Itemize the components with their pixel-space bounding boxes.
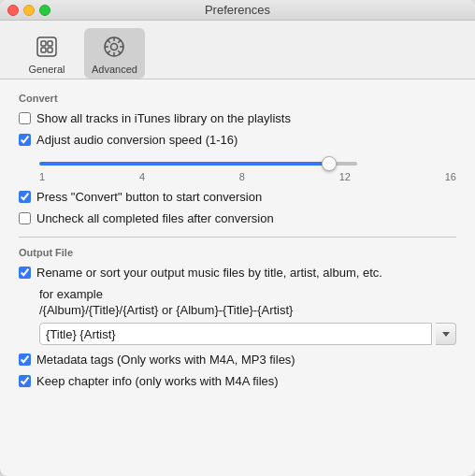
output-section-title: Output File: [19, 247, 456, 258]
content-area: Convert Show all tracks in iTunes librar…: [0, 79, 475, 476]
slider-labels: 1 4 8 12 16: [39, 171, 456, 182]
svg-rect-4: [48, 48, 52, 52]
svg-line-13: [119, 40, 122, 43]
maximize-button[interactable]: [39, 5, 50, 16]
metadata-tags-label[interactable]: Metadata tags (Only works with M4A, MP3 …: [36, 353, 295, 367]
tab-general-label: General: [28, 64, 65, 75]
preferences-window: Preferences General: [0, 0, 475, 476]
title-bar: Preferences: [0, 0, 475, 21]
tab-advanced[interactable]: Advanced: [84, 28, 145, 79]
minimize-button[interactable]: [23, 5, 35, 16]
adjust-audio-speed-label[interactable]: Adjust audio conversion speed (1-16): [36, 133, 238, 147]
advanced-icon: [99, 32, 129, 62]
svg-rect-1: [41, 41, 46, 46]
press-convert-label[interactable]: Press "Convert" button to start conversi…: [36, 190, 262, 204]
speed-slider-container: 1 4 8 12 16: [39, 154, 456, 182]
keep-chapter-row: Keep chapter info (only works with M4A f…: [19, 374, 456, 388]
format-input-row: [39, 323, 456, 345]
show-all-tracks-label[interactable]: Show all tracks in iTunes library on the…: [36, 111, 291, 125]
tab-general[interactable]: General: [19, 28, 75, 79]
svg-rect-3: [41, 48, 46, 52]
press-convert-row: Press "Convert" button to start conversi…: [19, 190, 456, 204]
slider-label-1: 1: [39, 171, 45, 182]
rename-sort-checkbox[interactable]: [19, 267, 31, 279]
slider-label-16: 16: [445, 171, 456, 182]
rename-sort-row: Rename or sort your output music files b…: [19, 266, 456, 280]
svg-rect-0: [37, 37, 56, 56]
slider-track: [39, 154, 357, 168]
slider-label-4: 4: [139, 171, 145, 182]
metadata-tags-row: Metadata tags (Only works with M4A, MP3 …: [19, 353, 456, 367]
format-dropdown-button[interactable]: [436, 323, 456, 345]
convert-section-title: Convert: [19, 93, 456, 104]
for-example-label: for example: [39, 287, 456, 301]
format-example: /{Album}/{Title}/{Artist} or {Album}-{Ti…: [39, 303, 456, 317]
general-icon: [32, 32, 62, 62]
rename-sort-label[interactable]: Rename or sort your output music files b…: [36, 266, 382, 280]
adjust-audio-speed-checkbox[interactable]: [19, 134, 31, 146]
traffic-lights: [7, 5, 50, 16]
close-button[interactable]: [7, 5, 19, 16]
chevron-down-icon: [442, 332, 450, 337]
svg-line-12: [119, 50, 122, 53]
press-convert-checkbox[interactable]: [19, 191, 31, 203]
svg-line-14: [108, 50, 110, 53]
for-example-text: for example: [39, 287, 103, 301]
section-divider: [19, 237, 456, 238]
uncheck-completed-label[interactable]: Uncheck all completed files after conver…: [36, 211, 274, 225]
format-input[interactable]: [39, 323, 432, 345]
keep-chapter-label[interactable]: Keep chapter info (only works with M4A f…: [36, 374, 279, 388]
keep-chapter-checkbox[interactable]: [19, 375, 31, 387]
toolbar: General: [0, 21, 475, 79]
show-all-tracks-checkbox[interactable]: [19, 112, 31, 124]
svg-point-6: [111, 44, 118, 50]
svg-rect-2: [48, 41, 52, 46]
metadata-tags-checkbox[interactable]: [19, 353, 31, 366]
tab-advanced-label: Advanced: [92, 64, 137, 75]
uncheck-completed-checkbox[interactable]: [19, 212, 31, 224]
adjust-audio-speed-row: Adjust audio conversion speed (1-16): [19, 133, 456, 147]
toolbar-icons: General: [0, 28, 164, 79]
svg-line-11: [108, 40, 110, 43]
show-all-tracks-row: Show all tracks in iTunes library on the…: [19, 111, 456, 125]
slider-label-8: 8: [239, 171, 245, 182]
slider-label-12: 12: [339, 171, 351, 182]
speed-slider[interactable]: [39, 162, 357, 166]
window-title: Preferences: [205, 3, 270, 17]
uncheck-completed-row: Uncheck all completed files after conver…: [19, 211, 456, 225]
